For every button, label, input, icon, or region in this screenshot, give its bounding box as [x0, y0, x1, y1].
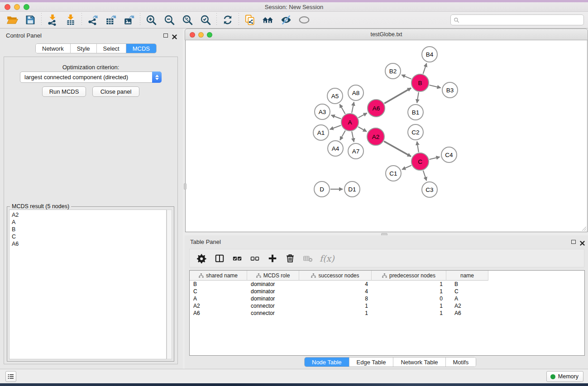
- graph-edge-B-B3[interactable]: [429, 85, 440, 88]
- graph-node-C2[interactable]: C2: [407, 124, 424, 140]
- tab-edge-table[interactable]: Edge Table: [349, 357, 394, 367]
- memory-button[interactable]: Memory: [546, 371, 583, 382]
- table-row[interactable]: A6connector11A6: [190, 310, 584, 317]
- graph-node-D[interactable]: D: [314, 181, 330, 197]
- home-layout-icon[interactable]: [259, 13, 277, 27]
- graph-node-A7[interactable]: A7: [348, 143, 364, 159]
- select-all-checks-icon[interactable]: [230, 252, 244, 265]
- graph-node-A2[interactable]: A2: [367, 128, 385, 146]
- column-header-predecessor-nodes[interactable]: predecessor nodes: [372, 271, 446, 281]
- graph-edge-C-C3[interactable]: [423, 171, 427, 181]
- table-row[interactable]: Cdominator41C: [190, 288, 584, 295]
- task-history-button[interactable]: [5, 371, 16, 382]
- show-details-icon[interactable]: [295, 13, 313, 27]
- tab-motifs[interactable]: Motifs: [446, 357, 476, 367]
- tab-network[interactable]: Network: [36, 44, 71, 53]
- graph-node-A6[interactable]: A6: [367, 99, 385, 117]
- save-session-icon[interactable]: [21, 13, 39, 27]
- export-network-icon[interactable]: [84, 13, 102, 27]
- result-item[interactable]: C: [12, 233, 166, 240]
- result-item[interactable]: A6: [12, 240, 166, 248]
- zoom-out-icon[interactable]: [160, 13, 178, 27]
- graph-node-A1[interactable]: A1: [313, 124, 329, 141]
- graph-node-A8[interactable]: A8: [348, 85, 364, 101]
- deselect-all-checks-icon[interactable]: [248, 252, 262, 265]
- float-panel-icon[interactable]: [163, 33, 168, 38]
- float-table-panel-icon[interactable]: [571, 240, 576, 244]
- refresh-view-icon[interactable]: [219, 13, 237, 27]
- graph-edge-B-B4[interactable]: [423, 63, 427, 74]
- export-table-icon[interactable]: [102, 13, 120, 27]
- optimization-criterion-dropdown[interactable]: largest connected component (directed): [20, 71, 162, 83]
- graph-edge-A-A5[interactable]: [339, 104, 345, 114]
- delete-column-icon[interactable]: [283, 252, 297, 265]
- graph-edge-A-A7[interactable]: [352, 132, 354, 142]
- column-header-shared-name[interactable]: shared name: [190, 271, 247, 281]
- tab-network-table[interactable]: Network Table: [393, 357, 445, 367]
- column-header-name[interactable]: name: [446, 271, 488, 281]
- graph-node-C3[interactable]: C3: [421, 181, 438, 198]
- graph-node-A3[interactable]: A3: [314, 104, 330, 120]
- copy-network-icon[interactable]: [241, 13, 259, 27]
- graph-node-A5[interactable]: A5: [327, 88, 343, 104]
- close-panel-button[interactable]: Close panel: [92, 86, 139, 97]
- zoom-selected-icon[interactable]: [196, 13, 215, 27]
- graph-edge-B-B2[interactable]: [402, 75, 411, 79]
- tab-select[interactable]: Select: [97, 44, 126, 53]
- left-splitter-handle[interactable]: [184, 183, 186, 190]
- close-panel-icon[interactable]: [172, 33, 177, 38]
- graph-node-B4[interactable]: B4: [421, 46, 438, 62]
- function-builder-icon[interactable]: f(x): [320, 253, 335, 263]
- graph-node-A[interactable]: A: [341, 113, 359, 131]
- tab-mcds[interactable]: MCDS: [126, 44, 156, 53]
- graph-edge-A6-B[interactable]: [384, 88, 411, 103]
- open-folder-icon[interactable]: [3, 13, 21, 27]
- table-row[interactable]: A2connector11A2: [190, 302, 584, 310]
- graph-edge-A-A6[interactable]: [359, 113, 367, 118]
- result-item[interactable]: A2: [12, 211, 166, 219]
- zoom-fit-icon[interactable]: [178, 13, 196, 27]
- graph-edge-A-A4[interactable]: [340, 130, 345, 140]
- graph-node-B3[interactable]: B3: [442, 82, 458, 98]
- column-header-MCDS-role[interactable]: MCDS role: [247, 271, 299, 281]
- result-item[interactable]: B: [12, 226, 166, 233]
- graph-edge-A-A1[interactable]: [330, 125, 341, 129]
- toggle-columns-icon[interactable]: [213, 252, 226, 265]
- table-settings-gear-icon[interactable]: [195, 252, 209, 265]
- graph-node-D1[interactable]: D1: [344, 181, 360, 197]
- tab-node-table[interactable]: Node Table: [305, 357, 349, 367]
- graph-edge-A-A3[interactable]: [331, 115, 341, 119]
- graph-edge-A-A8[interactable]: [352, 102, 354, 113]
- zoom-in-icon[interactable]: [142, 13, 160, 27]
- export-image-icon[interactable]: [120, 13, 138, 27]
- import-table-icon[interactable]: [62, 13, 80, 27]
- hide-details-icon[interactable]: [277, 13, 295, 27]
- close-table-panel-icon[interactable]: [580, 239, 585, 244]
- graph-node-A4[interactable]: A4: [327, 140, 344, 157]
- column-header-successor-nodes[interactable]: successor nodes: [299, 271, 372, 281]
- graph-edge-A2-C[interactable]: [384, 141, 411, 156]
- tab-style[interactable]: Style: [71, 44, 97, 53]
- resize-grip-icon[interactable]: [581, 226, 587, 231]
- graph-edge-B-B1[interactable]: [417, 92, 419, 103]
- table-row[interactable]: Bdominator41B: [190, 281, 584, 288]
- delete-table-icon[interactable]: [301, 252, 315, 265]
- graph-node-C[interactable]: C: [411, 152, 429, 171]
- result-item[interactable]: A: [12, 219, 166, 226]
- graph-node-B2[interactable]: B2: [385, 63, 401, 79]
- network-canvas[interactable]: B4B2BB3B1A5A8A3A6AA1C2A4A7A2CC4C1C3DD1: [185, 40, 588, 232]
- graph-edge-C-C1[interactable]: [402, 165, 411, 169]
- graph-node-B1[interactable]: B1: [407, 104, 424, 120]
- import-network-icon[interactable]: [43, 13, 62, 27]
- run-mcds-button[interactable]: Run MCDS: [42, 86, 86, 97]
- graph-edge-C-C4[interactable]: [429, 157, 440, 159]
- graph-node-C4[interactable]: C4: [441, 147, 457, 163]
- search-input[interactable]: [450, 14, 584, 25]
- result-list-scrollbar[interactable]: [167, 210, 172, 359]
- graph-node-C1[interactable]: C1: [385, 165, 402, 181]
- graph-edge-A-A2[interactable]: [358, 127, 367, 131]
- table-row[interactable]: Adominator80A: [190, 295, 584, 302]
- add-column-icon[interactable]: [266, 252, 279, 265]
- graph-node-B[interactable]: B: [411, 74, 429, 92]
- graph-edge-C-C2[interactable]: [417, 142, 419, 152]
